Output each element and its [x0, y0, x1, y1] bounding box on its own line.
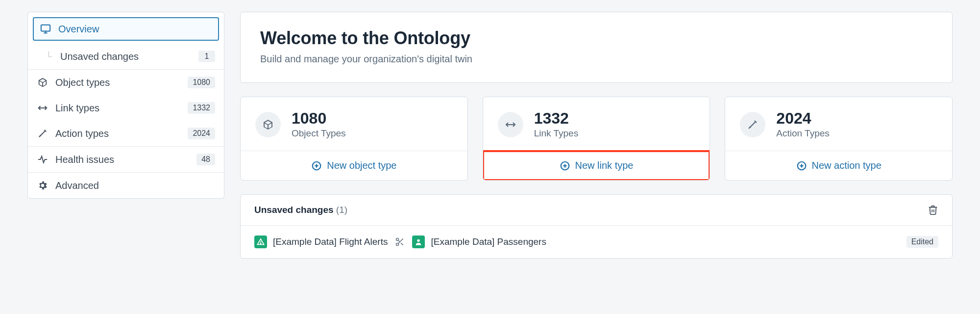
sidebar-item-label: Overview	[58, 24, 212, 35]
welcome-header: Welcome to the Ontology Build and manage…	[240, 12, 953, 83]
sidebar-item-action-types[interactable]: Action types 2024	[28, 121, 224, 146]
change-left-label: [Example Data] Flight Alerts	[273, 236, 388, 247]
person-icon	[412, 236, 425, 248]
sidebar-item-advanced[interactable]: Advanced	[28, 173, 224, 198]
change-right-label: [Example Data] Passengers	[431, 236, 546, 247]
plus-circle-icon	[560, 160, 570, 171]
sidebar-item-label: Health issues	[55, 154, 190, 165]
stats-row: 1080 Object Types New object type	[240, 97, 953, 181]
main-content: Welcome to the Ontology Build and manage…	[240, 12, 953, 259]
sidebar-item-label: Object types	[55, 77, 181, 88]
count-badge: 1080	[188, 77, 215, 88]
cube-icon	[37, 77, 49, 88]
wand-icon	[740, 112, 765, 137]
change-row[interactable]: [Example Data] Flight Alerts [Example Da…	[241, 226, 952, 258]
scissors-icon	[393, 236, 406, 248]
monitor-icon	[40, 23, 51, 35]
action-label: New link type	[575, 160, 634, 171]
new-object-type-button[interactable]: New object type	[241, 151, 467, 180]
stat-value: 1332	[534, 110, 578, 127]
stat-value: 2024	[776, 110, 829, 127]
changes-title: Unsaved changes (1)	[254, 205, 347, 215]
stat-card-link-types: 1332 Link Types New link type	[483, 97, 710, 181]
sidebar-item-link-types[interactable]: Link types 1332	[28, 95, 224, 121]
sidebar-item-health-issues[interactable]: Health issues 48	[28, 147, 224, 172]
svg-rect-0	[41, 25, 50, 31]
svg-point-21	[417, 239, 420, 242]
cube-icon	[255, 112, 281, 137]
alert-triangle-icon	[254, 236, 267, 248]
count-badge: 48	[196, 154, 215, 165]
sidebar-item-unsaved-changes[interactable]: └ Unsaved changes 1	[28, 44, 224, 69]
sidebar-item-object-types[interactable]: Object types 1080	[28, 70, 224, 95]
page-subtitle: Build and manage your organization's dig…	[260, 53, 932, 65]
stat-card-action-types: 2024 Action Types New action type	[725, 97, 953, 181]
unsaved-changes-panel: Unsaved changes (1) [Example Data] Fligh…	[240, 194, 953, 259]
new-link-type-button[interactable]: New link type	[483, 151, 710, 180]
svg-line-19	[401, 243, 404, 245]
sidebar-item-label: Advanced	[55, 180, 215, 191]
sidebar-item-label: Unsaved changes	[60, 51, 192, 62]
sidebar-item-label: Action types	[55, 128, 181, 139]
svg-line-20	[398, 240, 400, 242]
status-tag: Edited	[906, 236, 938, 248]
count-badge: 1	[198, 51, 215, 62]
svg-point-15	[260, 243, 261, 244]
arrows-horizontal-icon	[498, 112, 523, 137]
stat-label: Object Types	[292, 128, 346, 139]
stat-label: Action Types	[776, 128, 829, 139]
new-action-type-button[interactable]: New action type	[725, 151, 952, 180]
plus-circle-icon	[311, 160, 322, 171]
tree-branch-icon: └	[46, 52, 53, 62]
gear-icon	[37, 180, 49, 191]
count-badge: 2024	[188, 128, 215, 139]
sidebar-item-overview[interactable]: Overview	[33, 17, 219, 41]
sidebar-item-label: Link types	[55, 103, 181, 114]
stat-value: 1080	[292, 110, 346, 127]
trash-icon[interactable]	[928, 205, 938, 215]
changes-count: (1)	[336, 205, 347, 215]
plus-circle-icon	[796, 160, 807, 171]
page-title: Welcome to the Ontology	[260, 28, 932, 49]
stat-card-object-types: 1080 Object Types New object type	[240, 97, 468, 181]
action-label: New action type	[812, 160, 882, 171]
changes-title-text: Unsaved changes	[254, 205, 334, 215]
count-badge: 1332	[188, 102, 215, 114]
pulse-icon	[37, 154, 49, 165]
action-label: New object type	[327, 160, 396, 171]
sidebar: Overview └ Unsaved changes 1 Object type…	[27, 12, 224, 199]
stat-label: Link Types	[534, 128, 578, 139]
arrows-horizontal-icon	[37, 102, 49, 114]
wand-icon	[37, 128, 49, 139]
